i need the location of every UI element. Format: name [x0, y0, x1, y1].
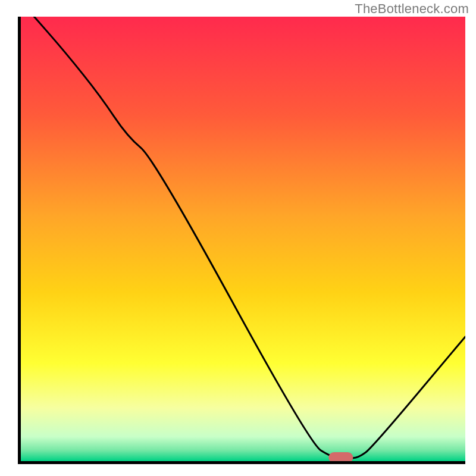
- target-marker: [328, 452, 353, 461]
- plot-area: [18, 17, 465, 464]
- plot-svg: [21, 17, 465, 461]
- chart-container: TheBottleneck.com: [0, 0, 476, 476]
- gradient-background: [21, 17, 465, 461]
- watermark-text: TheBottleneck.com: [355, 1, 469, 17]
